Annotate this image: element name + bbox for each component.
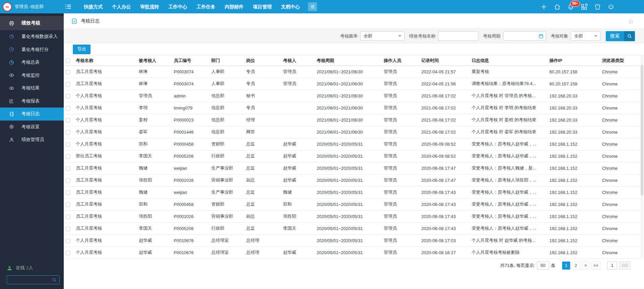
table-cell: 生产事业部 — [211, 186, 246, 198]
eye-icon — [9, 85, 14, 91]
favorite-star-icon[interactable] — [628, 18, 634, 24]
chevron-down-icon — [398, 35, 401, 37]
topbar-menu-item[interactable]: 内部邮件 — [220, 0, 248, 13]
search-icon — [624, 31, 635, 41]
row-checkbox[interactable] — [66, 118, 70, 123]
bar-chart-icon — [9, 98, 14, 104]
target-select[interactable]: 全部 — [571, 31, 600, 41]
table-cell: Chrome — [601, 186, 642, 198]
sidebar-item[interactable]: 绩效管理员 — [0, 133, 64, 146]
goto-page-input[interactable] — [607, 262, 617, 270]
page-button[interactable]: 2 — [572, 262, 580, 270]
apps-button[interactable] — [581, 3, 588, 10]
table-cell: Chrome — [601, 246, 642, 259]
table-cell: 管理员 — [383, 114, 421, 126]
table-cell: 2020/05/01~2020/05/31 — [316, 138, 383, 150]
table-cell: 总监 — [246, 150, 282, 162]
calendar-icon[interactable] — [538, 33, 544, 39]
topbar-menu-item[interactable]: 文档中心 — [276, 0, 305, 13]
table-cell — [282, 126, 316, 138]
search-icon[interactable] — [52, 277, 57, 283]
table-cell: Chrome — [601, 126, 642, 138]
table-cell: 192.168.20.33 — [549, 102, 601, 114]
sidebar-item[interactable]: 考核总表 — [0, 56, 64, 69]
table-cell: admin — [173, 90, 211, 102]
notifications-button[interactable]: 99+ — [567, 3, 574, 10]
sidebar-item[interactable]: 考核监控 — [0, 69, 64, 82]
topbar-menu-item[interactable]: 审批流转 — [136, 0, 164, 13]
header-row: 考核名称被考核人员工编号部门岗位考核人考核周期操作人员记录时间日志信息操作IP浏… — [65, 56, 642, 66]
export-button[interactable]: 导出 — [73, 45, 91, 54]
row-checkbox[interactable] — [66, 239, 70, 243]
row-checkbox[interactable] — [66, 82, 70, 86]
sidebar-item[interactable]: 量化考核数据录入 — [0, 30, 64, 43]
page-button[interactable]: > — [582, 262, 590, 270]
table-cell: 2020/05/01~2020/05/31 — [316, 210, 383, 222]
row-select-cell — [65, 126, 75, 138]
topbar-menu-item[interactable]: 项目管理 — [248, 0, 276, 13]
table-cell: 60.20.157.158 — [549, 66, 601, 78]
page-size-input[interactable] — [537, 262, 549, 270]
table-scrollbar[interactable] — [641, 56, 643, 259]
table-cell: 行政部 — [211, 150, 246, 162]
go-button[interactable]: GO — [619, 262, 631, 270]
table-row: 个人月度考核姜程P0000023信息部经理2021/06/01~2021/06/… — [65, 114, 642, 126]
row-checkbox[interactable] — [66, 227, 70, 231]
new-item-button[interactable] — [540, 3, 547, 10]
chevron-down-icon — [594, 35, 597, 37]
page-button[interactable]: >> — [591, 262, 600, 270]
sidebar-item-label: 考核设置 — [21, 124, 40, 130]
table-cell: P0003074 — [173, 66, 211, 78]
row-checkbox[interactable] — [66, 203, 70, 207]
sidebar-item[interactable]: 考核日志 — [0, 107, 64, 121]
theme-button[interactable] — [594, 3, 601, 10]
sidebar-module-header[interactable]: 绩效考核 — [0, 16, 64, 30]
topbar-menu-item[interactable]: 工作中心 — [164, 0, 192, 13]
row-checkbox[interactable] — [66, 178, 70, 183]
row-checkbox[interactable] — [66, 215, 70, 219]
more-menu-button[interactable] — [308, 2, 317, 11]
table-cell: 2020/05/01~2020/05/31 — [316, 234, 383, 246]
frequency-select[interactable]: 全部 — [360, 31, 405, 41]
row-checkbox[interactable] — [66, 142, 70, 147]
logout-button[interactable] — [607, 3, 614, 10]
home-button[interactable] — [554, 3, 561, 10]
search-button-label: 搜索 — [606, 31, 624, 41]
table-cell: 姜程 — [138, 114, 173, 126]
row-checkbox[interactable] — [66, 130, 70, 135]
search-button[interactable]: 搜索 — [606, 31, 635, 41]
topbar-menu-item[interactable]: 工作任务 — [192, 0, 220, 13]
period-date-field[interactable] — [503, 31, 546, 41]
assessment-name-input[interactable] — [438, 31, 478, 41]
table-cell: 2022-04-05 21:56 — [421, 78, 471, 90]
row-checkbox[interactable] — [66, 154, 70, 159]
row-checkbox[interactable] — [66, 251, 70, 255]
sidebar-item[interactable]: 量化考核打分 — [0, 43, 64, 56]
row-checkbox[interactable] — [66, 106, 70, 111]
select-all-checkbox[interactable] — [66, 59, 70, 63]
sidebar-item[interactable]: 考核设置 — [0, 121, 64, 134]
row-select-cell — [65, 102, 75, 114]
row-select-cell — [65, 198, 75, 210]
topbar-menu-item[interactable]: 快捷方式 — [79, 0, 107, 13]
topbar-menu-item[interactable]: 个人办公 — [107, 0, 136, 13]
table-cell: 个人月度考核 对 管理员 的考核... — [471, 90, 549, 102]
scrollbar-thumb[interactable] — [641, 65, 643, 196]
table-cell: 2020-06-08 17:43 — [421, 210, 471, 222]
sidebar-item[interactable]: 考核结果 — [0, 82, 64, 95]
column-header: 考核周期 — [316, 56, 383, 66]
sidebar-item[interactable]: 考核报表 — [0, 95, 64, 108]
row-checkbox[interactable] — [66, 166, 70, 171]
current-user-label: 管理员 -信息部 — [15, 4, 44, 10]
online-label: 在线 2人 — [16, 265, 33, 271]
log-table-body: 员工月度考核林琳P0003074人事部专员管理员2021/06/01~2021/… — [65, 66, 642, 259]
row-checkbox[interactable] — [66, 70, 70, 74]
row-checkbox[interactable] — [66, 94, 70, 98]
sidebar-search-input[interactable] — [7, 277, 52, 282]
page-button[interactable]: 1 — [562, 262, 570, 270]
period-date-input[interactable] — [503, 33, 538, 39]
table-cell: 2020-06-08 17:43 — [421, 222, 471, 234]
table-cell: 192.168.1.152 — [549, 198, 601, 210]
row-checkbox[interactable] — [66, 191, 70, 195]
sidebar-toggle-icon[interactable] — [64, 3, 72, 10]
